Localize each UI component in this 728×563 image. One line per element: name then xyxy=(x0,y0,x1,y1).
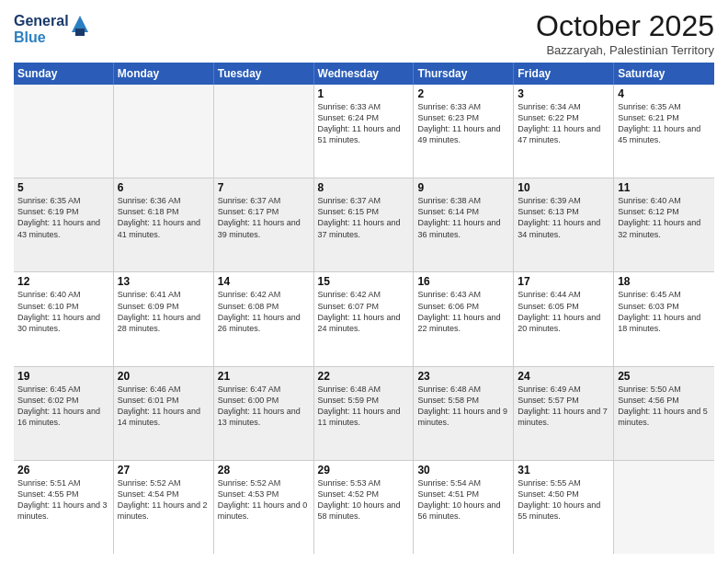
day-number: 8 xyxy=(318,181,410,194)
cell-info: Sunrise: 6:42 AMSunset: 6:07 PMDaylight:… xyxy=(318,289,410,334)
calendar-cell: 30Sunrise: 5:54 AMSunset: 4:51 PMDayligh… xyxy=(414,461,514,554)
cell-info: Sunrise: 6:41 AMSunset: 6:09 PMDaylight:… xyxy=(118,289,210,334)
cell-info: Sunrise: 6:38 AMSunset: 6:14 PMDaylight:… xyxy=(417,195,509,240)
calendar-cell: 7Sunrise: 6:37 AMSunset: 6:17 PMDaylight… xyxy=(214,178,314,271)
calendar-cell: 21Sunrise: 6:47 AMSunset: 6:00 PMDayligh… xyxy=(214,367,314,460)
calendar-header: Sunday Monday Tuesday Wednesday Thursday… xyxy=(14,63,714,85)
day-number: 23 xyxy=(417,370,509,383)
cell-info: Sunrise: 5:53 AMSunset: 4:52 PMDaylight:… xyxy=(318,477,410,523)
cell-info: Sunrise: 6:40 AMSunset: 6:10 PMDaylight:… xyxy=(17,289,109,334)
calendar-body: 1Sunrise: 6:33 AMSunset: 6:24 PMDaylight… xyxy=(14,85,714,554)
header-monday: Monday xyxy=(114,63,214,85)
cell-info: Sunrise: 6:47 AMSunset: 6:00 PMDaylight:… xyxy=(218,384,310,429)
cell-info: Sunrise: 6:35 AMSunset: 6:19 PMDaylight:… xyxy=(17,195,109,240)
cell-info: Sunrise: 5:52 AMSunset: 4:53 PMDaylight:… xyxy=(218,477,310,523)
header-sunday: Sunday xyxy=(14,63,114,85)
day-number: 26 xyxy=(17,464,109,477)
day-number: 29 xyxy=(318,464,410,477)
day-number: 30 xyxy=(417,464,509,477)
cell-info: Sunrise: 6:45 AMSunset: 6:02 PMDaylight:… xyxy=(17,384,109,429)
calendar-week-5: 26Sunrise: 5:51 AMSunset: 4:55 PMDayligh… xyxy=(14,461,714,554)
day-number: 10 xyxy=(518,181,609,194)
cell-info: Sunrise: 5:54 AMSunset: 4:51 PMDaylight:… xyxy=(417,477,509,523)
logo-blue: Blue xyxy=(14,29,69,46)
day-number: 28 xyxy=(218,464,310,477)
calendar-cell: 5Sunrise: 6:35 AMSunset: 6:19 PMDaylight… xyxy=(14,178,114,271)
cell-info: Sunrise: 6:33 AMSunset: 6:23 PMDaylight:… xyxy=(417,101,509,146)
day-number: 15 xyxy=(318,275,410,288)
calendar-week-2: 5Sunrise: 6:35 AMSunset: 6:19 PMDaylight… xyxy=(14,178,714,272)
logo: General Blue xyxy=(14,13,88,45)
calendar-cell: 9Sunrise: 6:38 AMSunset: 6:14 PMDaylight… xyxy=(414,178,514,271)
cell-info: Sunrise: 6:37 AMSunset: 6:17 PMDaylight:… xyxy=(218,195,310,240)
day-number: 25 xyxy=(618,370,711,383)
calendar-cell: 26Sunrise: 5:51 AMSunset: 4:55 PMDayligh… xyxy=(14,461,114,554)
calendar-cell: 28Sunrise: 5:52 AMSunset: 4:53 PMDayligh… xyxy=(214,461,314,554)
calendar-cell: 27Sunrise: 5:52 AMSunset: 4:54 PMDayligh… xyxy=(114,461,214,554)
cell-info: Sunrise: 6:33 AMSunset: 6:24 PMDaylight:… xyxy=(318,101,410,146)
cell-info: Sunrise: 5:51 AMSunset: 4:55 PMDaylight:… xyxy=(17,477,109,523)
page-header: General Blue October 2025 Bazzaryah, Pal… xyxy=(14,9,714,57)
cell-info: Sunrise: 6:36 AMSunset: 6:18 PMDaylight:… xyxy=(118,195,210,240)
calendar-cell: 14Sunrise: 6:42 AMSunset: 6:08 PMDayligh… xyxy=(214,272,314,365)
logo-icon xyxy=(72,16,88,36)
calendar-cell: 22Sunrise: 6:48 AMSunset: 5:59 PMDayligh… xyxy=(314,367,415,460)
location-subtitle: Bazzaryah, Palestinian Territory xyxy=(536,43,714,57)
calendar-week-3: 12Sunrise: 6:40 AMSunset: 6:10 PMDayligh… xyxy=(14,272,714,366)
cell-info: Sunrise: 6:40 AMSunset: 6:12 PMDaylight:… xyxy=(618,195,711,240)
calendar-cell: 24Sunrise: 6:49 AMSunset: 5:57 PMDayligh… xyxy=(514,367,614,460)
day-number: 18 xyxy=(618,275,711,288)
header-wednesday: Wednesday xyxy=(314,63,415,85)
calendar-cell: 8Sunrise: 6:37 AMSunset: 6:15 PMDaylight… xyxy=(314,178,415,271)
svg-marker-1 xyxy=(75,29,85,36)
cell-info: Sunrise: 5:52 AMSunset: 4:54 PMDaylight:… xyxy=(118,477,210,523)
calendar-cell: 4Sunrise: 6:35 AMSunset: 6:21 PMDaylight… xyxy=(614,85,714,178)
day-number: 22 xyxy=(318,370,410,383)
calendar-cell xyxy=(114,85,214,178)
cell-info: Sunrise: 6:45 AMSunset: 6:03 PMDaylight:… xyxy=(618,289,711,334)
day-number: 14 xyxy=(218,275,310,288)
calendar-cell: 25Sunrise: 5:50 AMSunset: 4:56 PMDayligh… xyxy=(614,367,714,460)
day-number: 13 xyxy=(118,275,210,288)
cell-info: Sunrise: 6:37 AMSunset: 6:15 PMDaylight:… xyxy=(318,195,410,240)
calendar-cell: 6Sunrise: 6:36 AMSunset: 6:18 PMDaylight… xyxy=(114,178,214,271)
calendar-week-1: 1Sunrise: 6:33 AMSunset: 6:24 PMDaylight… xyxy=(14,85,714,178)
day-number: 12 xyxy=(17,275,109,288)
calendar-cell: 19Sunrise: 6:45 AMSunset: 6:02 PMDayligh… xyxy=(14,367,114,460)
calendar-cell: 29Sunrise: 5:53 AMSunset: 4:52 PMDayligh… xyxy=(314,461,415,554)
cell-info: Sunrise: 6:48 AMSunset: 5:58 PMDaylight:… xyxy=(417,384,509,429)
calendar-cell: 13Sunrise: 6:41 AMSunset: 6:09 PMDayligh… xyxy=(114,272,214,365)
day-number: 4 xyxy=(618,87,711,100)
header-thursday: Thursday xyxy=(414,63,514,85)
month-title: October 2025 xyxy=(536,9,714,43)
calendar-week-4: 19Sunrise: 6:45 AMSunset: 6:02 PMDayligh… xyxy=(14,367,714,461)
day-number: 6 xyxy=(118,181,210,194)
day-number: 9 xyxy=(417,181,509,194)
calendar-cell: 12Sunrise: 6:40 AMSunset: 6:10 PMDayligh… xyxy=(14,272,114,365)
calendar-cell: 1Sunrise: 6:33 AMSunset: 6:24 PMDaylight… xyxy=(314,85,415,178)
calendar-cell: 17Sunrise: 6:44 AMSunset: 6:05 PMDayligh… xyxy=(514,272,614,365)
header-tuesday: Tuesday xyxy=(214,63,314,85)
cell-info: Sunrise: 6:43 AMSunset: 6:06 PMDaylight:… xyxy=(417,289,509,334)
day-number: 27 xyxy=(118,464,210,477)
calendar-cell: 31Sunrise: 5:55 AMSunset: 4:50 PMDayligh… xyxy=(514,461,614,554)
day-number: 5 xyxy=(17,181,109,194)
cell-info: Sunrise: 6:48 AMSunset: 5:59 PMDaylight:… xyxy=(318,384,410,429)
day-number: 19 xyxy=(17,370,109,383)
calendar-cell: 11Sunrise: 6:40 AMSunset: 6:12 PMDayligh… xyxy=(614,178,714,271)
logo-general: General xyxy=(14,13,69,29)
calendar-cell: 18Sunrise: 6:45 AMSunset: 6:03 PMDayligh… xyxy=(614,272,714,365)
calendar-cell: 10Sunrise: 6:39 AMSunset: 6:13 PMDayligh… xyxy=(514,178,614,271)
calendar-cell: 20Sunrise: 6:46 AMSunset: 6:01 PMDayligh… xyxy=(114,367,214,460)
title-area: October 2025 Bazzaryah, Palestinian Terr… xyxy=(536,9,714,57)
day-number: 11 xyxy=(618,181,711,194)
day-number: 2 xyxy=(417,87,509,100)
day-number: 7 xyxy=(218,181,310,194)
day-number: 24 xyxy=(518,370,609,383)
calendar-cell xyxy=(614,461,714,554)
day-number: 31 xyxy=(518,464,609,477)
cell-info: Sunrise: 6:34 AMSunset: 6:22 PMDaylight:… xyxy=(518,101,609,146)
day-number: 1 xyxy=(318,87,410,100)
cell-info: Sunrise: 6:35 AMSunset: 6:21 PMDaylight:… xyxy=(618,101,711,146)
cell-info: Sunrise: 6:49 AMSunset: 5:57 PMDaylight:… xyxy=(518,384,609,429)
